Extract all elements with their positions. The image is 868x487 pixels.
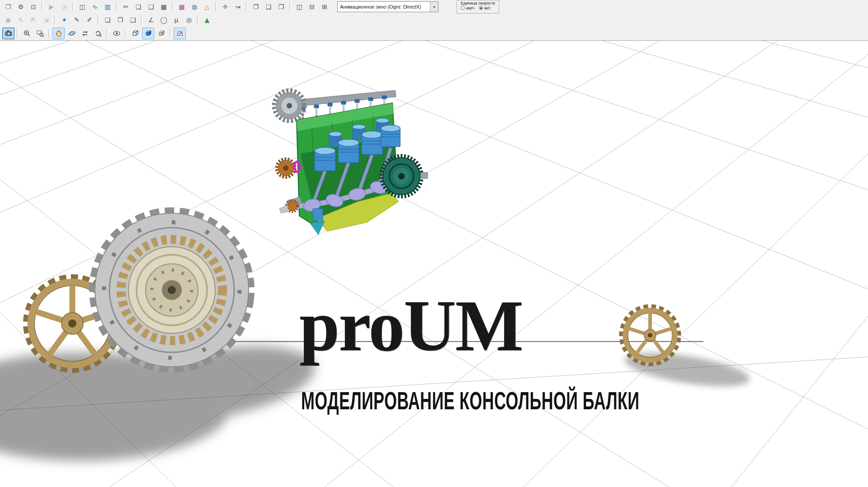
friction-mu-button[interactable]: μ bbox=[170, 14, 182, 25]
split-grid-button[interactable]: ⊞ bbox=[319, 1, 330, 12]
engine-model[interactable] bbox=[274, 90, 428, 234]
edit-element-button[interactable]: ✎ bbox=[71, 14, 83, 25]
angle-measure-button[interactable]: ∠ bbox=[145, 14, 157, 25]
toolbar-separator bbox=[172, 2, 174, 11]
simulation-time-button[interactable]: ◷ bbox=[58, 1, 70, 12]
angle-measure-icon: ∠ bbox=[148, 17, 154, 23]
wizard-scissors-icon: ✂ bbox=[123, 4, 128, 10]
radio-label: м/с bbox=[484, 5, 491, 10]
split-vertical-button[interactable]: ◫ bbox=[293, 1, 305, 12]
copy-view-icon: ❏ bbox=[105, 17, 111, 23]
data-table-button[interactable]: ▦ bbox=[158, 1, 170, 12]
friction-mu-icon: μ bbox=[175, 17, 179, 23]
magnify-tool-button[interactable]: ◎ bbox=[183, 14, 195, 25]
hidden-line-cube-icon bbox=[157, 29, 165, 37]
toolbar-separator bbox=[289, 2, 291, 11]
zoom-in-button[interactable] bbox=[21, 28, 33, 39]
save-model-button[interactable]: ⊡ bbox=[28, 1, 39, 12]
zoom-window-button[interactable] bbox=[34, 28, 46, 39]
radio-label: км/ч bbox=[466, 5, 474, 10]
export-page-icon: ❑ bbox=[148, 4, 154, 10]
split-horizontal-button[interactable]: ⊟ bbox=[306, 1, 318, 12]
toolbar-separator bbox=[98, 15, 99, 24]
secondary-toolbar: ◉⇖⇱⇲✦✎✐❏❐❑∠◯μ◎▲ bbox=[0, 14, 868, 26]
ellipse-tool-icon: ◯ bbox=[160, 17, 167, 23]
identifier-list-button[interactable]: ❏ bbox=[132, 1, 144, 12]
logo-text: proUM bbox=[299, 290, 523, 362]
wireframe-sphere-button[interactable]: ◍ bbox=[189, 1, 200, 12]
engine-timing-gear bbox=[274, 90, 305, 121]
tile-windows-icon: ❏ bbox=[266, 4, 272, 10]
probe-cursor-button[interactable]: ⇲ bbox=[40, 14, 52, 25]
record-camera-button[interactable] bbox=[2, 28, 14, 39]
perspective-select-button[interactable] bbox=[174, 28, 186, 39]
orbit-button[interactable] bbox=[66, 28, 78, 39]
shaded-cube-button[interactable] bbox=[142, 28, 154, 39]
tile-windows-button[interactable]: ❏ bbox=[263, 1, 274, 12]
pan-hand-button[interactable] bbox=[52, 28, 65, 39]
animation-window-select-value: Анимационное окно (Ogre: DirectX) bbox=[338, 4, 430, 9]
toolbar-separator bbox=[48, 29, 50, 38]
subtitle-text: МОДЕЛИРОВАНИЕ КОНСОЛЬНОЙ БАЛКИ bbox=[301, 387, 639, 415]
perspective-select-icon bbox=[176, 29, 184, 37]
toolbar-separator bbox=[106, 29, 108, 38]
toolbar-separator bbox=[141, 15, 143, 24]
snap-direction-button[interactable]: ✦ bbox=[58, 14, 70, 25]
split-horizontal-icon: ⊟ bbox=[309, 4, 315, 10]
move-camera-button[interactable] bbox=[79, 28, 91, 39]
terrain-mesh-icon: ▲ bbox=[205, 17, 210, 23]
model-settings-button[interactable]: ⚙ bbox=[15, 1, 27, 12]
start-simulation-icon: ▶ bbox=[49, 4, 54, 10]
send-view-icon: ❑ bbox=[130, 17, 136, 23]
edit-external-button[interactable]: ✐ bbox=[84, 14, 95, 25]
add-connection-button[interactable]: ✛ bbox=[219, 1, 231, 12]
toolbar-separator bbox=[197, 15, 199, 24]
split-grid-icon: ⊞ bbox=[322, 4, 327, 10]
animation-window-button[interactable]: ◫ bbox=[76, 1, 88, 12]
view-toolbar bbox=[0, 26, 868, 41]
color-grid-button[interactable]: ▩ bbox=[176, 1, 188, 12]
wireframe-sphere-icon: ◍ bbox=[192, 4, 197, 10]
open-model-button[interactable]: ❐ bbox=[2, 1, 14, 12]
speed-units-panel: Единица скоростикм/чм/с bbox=[457, 0, 499, 14]
terrain-mesh-button[interactable]: ▲ bbox=[201, 14, 213, 25]
ellipse-tool-button[interactable]: ◯ bbox=[158, 14, 170, 25]
view-visibility-button[interactable] bbox=[110, 28, 123, 39]
animation-viewport[interactable]: proUM МОДЕЛИРОВАНИЕ КОНСОЛЬНОЙ БАЛКИ bbox=[0, 40, 868, 487]
speed-units-label: Единица скорости bbox=[461, 1, 495, 5]
cascade-windows-button[interactable]: ❐ bbox=[250, 1, 262, 12]
graphic-window-button[interactable]: ∿ bbox=[89, 1, 101, 12]
animation-window-select[interactable]: Анимационное окно (Ogre: DirectX)▼ bbox=[337, 1, 439, 12]
speed-unit-option-ms[interactable]: м/с bbox=[479, 5, 491, 10]
zoom-window-icon bbox=[36, 29, 44, 37]
transfer-connection-button[interactable]: ↝ bbox=[232, 1, 244, 12]
speed-unit-option-kmh[interactable]: км/ч bbox=[461, 5, 474, 10]
main-toolbar: ❐⚙⊡▶◷◫∿▥✂❏❑▦▩◍△✛↝❐❏❒◫⊟⊞Анимационное окно… bbox=[0, 0, 868, 14]
visibility-button[interactable]: ◉ bbox=[2, 14, 14, 25]
select-cursor-button[interactable]: ⇖ bbox=[15, 14, 27, 25]
send-view-button[interactable]: ❑ bbox=[127, 14, 139, 25]
export-page-button[interactable]: ❑ bbox=[145, 1, 157, 12]
record-camera-icon bbox=[5, 29, 13, 37]
shaded-cube-icon bbox=[144, 29, 152, 37]
wireframe-cube-button[interactable] bbox=[129, 28, 141, 39]
copy-view-button[interactable]: ❏ bbox=[102, 14, 113, 25]
start-simulation-button[interactable]: ▶ bbox=[46, 1, 57, 12]
drag-cursor-button[interactable]: ⇱ bbox=[28, 14, 39, 25]
open-model-icon: ❐ bbox=[5, 4, 11, 10]
histogram-window-button[interactable]: ▥ bbox=[102, 1, 113, 12]
zoom-in-icon bbox=[23, 29, 31, 37]
hidden-line-cube-button[interactable] bbox=[155, 28, 167, 39]
cascade-windows-icon: ❐ bbox=[253, 4, 259, 10]
wizard-scissors-button[interactable]: ✂ bbox=[120, 1, 132, 12]
edit-element-icon: ✎ bbox=[74, 17, 80, 23]
toolbar-separator bbox=[54, 15, 56, 24]
rotate-locked-icon bbox=[94, 29, 102, 37]
arrange-windows-button[interactable]: ❒ bbox=[275, 1, 287, 12]
add-connection-icon: ✛ bbox=[222, 4, 228, 10]
cone-primitive-button[interactable]: △ bbox=[201, 1, 213, 12]
rotate-locked-button[interactable] bbox=[92, 28, 104, 39]
color-grid-icon: ▩ bbox=[179, 4, 184, 10]
radio-icon bbox=[479, 6, 483, 10]
copy-layers-button[interactable]: ❐ bbox=[114, 14, 126, 25]
